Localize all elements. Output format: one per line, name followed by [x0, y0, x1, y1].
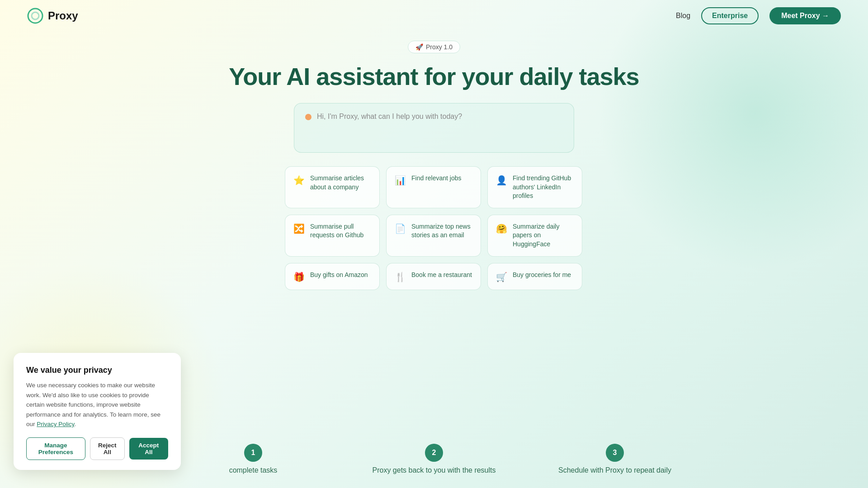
card-amazon[interactable]: 🎁Buy gifts on Amazon — [285, 263, 380, 290]
navbar: Proxy Blog Enterprise Meet Proxy → — [0, 0, 868, 32]
card-restaurant-icon: 🍴 — [395, 272, 406, 282]
svg-point-1 — [32, 12, 39, 19]
version-badge: 🚀 Proxy 1.0 — [408, 41, 460, 53]
main-content: 🚀 Proxy 1.0 Your AI assistant for your d… — [0, 32, 868, 290]
blog-link[interactable]: Blog — [676, 12, 690, 20]
card-groceries-icon: 🛒 — [496, 272, 507, 282]
chat-placeholder-text: Hi, I'm Proxy, what can I help you with … — [317, 113, 462, 121]
step-1-number: 1 — [251, 449, 255, 457]
card-summarise-articles-icon: ⭐ — [293, 175, 305, 186]
card-github-linkedin-icon: 👤 — [496, 175, 507, 186]
chat-input-box[interactable]: Hi, I'm Proxy, what can I help you with … — [294, 103, 574, 153]
badge-text: Proxy 1.0 — [426, 43, 453, 51]
meet-proxy-button[interactable]: Meet Proxy → — [769, 7, 841, 24]
card-groceries[interactable]: 🛒Buy groceries for me — [487, 263, 582, 290]
card-groceries-text: Buy groceries for me — [513, 271, 571, 280]
card-summarize-news[interactable]: 📄Summarize top news stories as an email — [386, 215, 481, 257]
card-pull-requests-icon: 🔀 — [293, 223, 305, 234]
card-huggingface-icon: 🤗 — [496, 223, 507, 234]
svg-point-0 — [28, 9, 42, 23]
card-find-jobs-text: Find relevant jobs — [411, 174, 462, 183]
card-amazon-icon: 🎁 — [293, 272, 305, 282]
step-1: 1 complete tasks — [163, 444, 344, 474]
card-pull-requests-text: Summarise pull requests on Github — [310, 222, 371, 240]
badge-emoji: 🚀 — [415, 43, 423, 51]
logo-text: Proxy — [48, 9, 78, 22]
privacy-policy-link[interactable]: Privacy Policy — [37, 421, 74, 427]
suggestion-cards-grid: ⭐Summarise articles about a company📊Find… — [285, 166, 583, 290]
step-2: 2 Proxy gets back to you with the result… — [344, 444, 524, 474]
step-2-number: 2 — [432, 449, 436, 457]
accept-all-button[interactable]: Accept All — [129, 438, 168, 460]
cookie-banner: We value your privacy We use necessary c… — [14, 353, 181, 470]
manage-preferences-button[interactable]: Manage Preferences — [26, 437, 85, 460]
chat-placeholder: Hi, I'm Proxy, what can I help you with … — [305, 113, 563, 121]
cookie-body: We use necessary cookies to make our web… — [26, 380, 168, 429]
hero-title: Your AI assistant for your daily tasks — [229, 62, 639, 90]
card-summarize-news-text: Summarize top news stories as an email — [411, 222, 472, 240]
step-1-circle: 1 — [244, 444, 262, 462]
card-restaurant-text: Book me a restaurant — [411, 271, 472, 280]
step-2-text: Proxy gets back to you with the results — [372, 466, 495, 474]
card-github-linkedin[interactable]: 👤Find trending GitHub authors' LinkedIn … — [487, 166, 582, 208]
reject-all-button[interactable]: Reject All — [90, 437, 125, 460]
card-huggingface-text: Summarize daily papers on HuggingFace — [513, 222, 574, 249]
enterprise-button[interactable]: Enterprise — [701, 7, 759, 24]
logo-icon — [27, 8, 43, 24]
card-amazon-text: Buy gifts on Amazon — [310, 271, 368, 280]
card-find-jobs[interactable]: 📊Find relevant jobs — [386, 166, 481, 208]
card-summarise-articles-text: Summarise articles about a company — [310, 174, 371, 192]
step-3-circle: 3 — [606, 444, 624, 462]
logo[interactable]: Proxy — [27, 8, 78, 24]
nav-links: Blog Enterprise Meet Proxy → — [676, 7, 841, 24]
card-pull-requests[interactable]: 🔀Summarise pull requests on Github — [285, 215, 380, 257]
card-huggingface[interactable]: 🤗Summarize daily papers on HuggingFace — [487, 215, 582, 257]
step-1-text: complete tasks — [229, 466, 278, 474]
step-2-circle: 2 — [425, 444, 443, 462]
card-github-linkedin-text: Find trending GitHub authors' LinkedIn p… — [513, 174, 574, 201]
cookie-buttons: Manage Preferences Reject All Accept All — [26, 437, 168, 460]
cookie-title: We value your privacy — [26, 366, 168, 375]
card-summarise-articles[interactable]: ⭐Summarise articles about a company — [285, 166, 380, 208]
step-3-number: 3 — [613, 449, 617, 457]
card-restaurant[interactable]: 🍴Book me a restaurant — [386, 263, 481, 290]
card-find-jobs-icon: 📊 — [395, 175, 406, 186]
step-3-text: Schedule with Proxy to repeat daily — [558, 466, 671, 474]
chat-status-dot — [305, 114, 311, 120]
step-3: 3 Schedule with Proxy to repeat daily — [524, 444, 705, 474]
card-summarize-news-icon: 📄 — [395, 223, 406, 234]
